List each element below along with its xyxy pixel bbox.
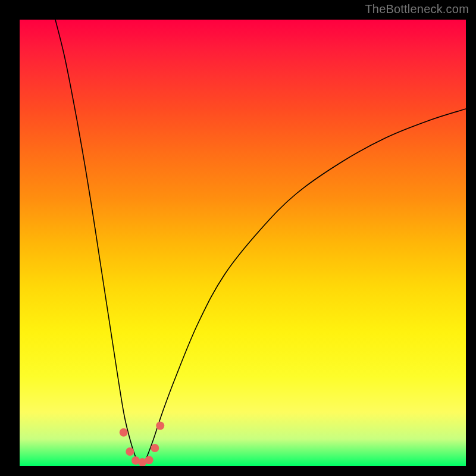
curve-svg <box>20 20 466 466</box>
chart-canvas: TheBottleneck.com <box>0 0 476 476</box>
plot-area <box>20 20 466 466</box>
marker-dot <box>156 422 164 430</box>
marker-dot <box>151 444 159 452</box>
marker-dot <box>126 447 134 456</box>
marker-cluster <box>120 422 165 466</box>
marker-dot <box>145 456 154 464</box>
curve-right-branch <box>142 109 466 466</box>
marker-dot <box>120 428 128 437</box>
watermark-text: TheBottleneck.com <box>365 2 469 16</box>
curve-left-branch <box>55 20 142 466</box>
